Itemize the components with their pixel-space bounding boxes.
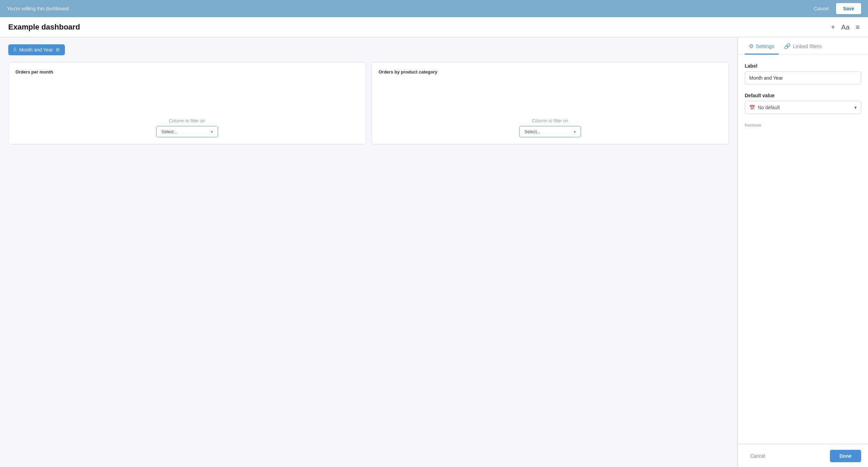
label-input[interactable] <box>745 71 861 84</box>
filter-section-1: Column to filter on Select... ▾ <box>15 113 359 137</box>
label-field-label: Label <box>745 63 861 69</box>
tab-linked-filters[interactable]: 🔗 Linked filters <box>780 37 826 55</box>
chevron-down-icon-1: ▾ <box>211 129 213 134</box>
remove-link[interactable]: Remove <box>745 123 761 128</box>
filter-pill-label: Month and Year <box>19 47 53 53</box>
left-panel: ⠿ Month and Year ⚙ Orders per month Colu… <box>0 37 738 467</box>
banner-actions: Cancel Save <box>810 3 861 14</box>
filter-label-2: Column to filter on <box>532 118 569 123</box>
tab-settings-label: Settings <box>756 43 774 49</box>
panel-done-button[interactable]: Done <box>830 450 861 462</box>
main-layout: ⠿ Month and Year ⚙ Orders per month Colu… <box>0 37 868 467</box>
panel-cancel-button[interactable]: Cancel <box>745 451 771 462</box>
banner-cancel-button[interactable]: Cancel <box>810 4 833 13</box>
charts-grid: Orders per month Column to filter on Sel… <box>8 62 729 145</box>
editing-banner: You're editing this dashboard. Cancel Sa… <box>0 0 868 17</box>
header-icons: + Aa ≡ <box>831 23 860 31</box>
filter-pill[interactable]: ⠿ Month and Year ⚙ <box>8 44 65 55</box>
right-panel-tabs: ⚙ Settings 🔗 Linked filters <box>738 37 868 55</box>
select-placeholder-2: Select... <box>524 129 540 134</box>
filter-gear-icon[interactable]: ⚙ <box>56 47 60 53</box>
add-button[interactable]: + <box>831 23 835 31</box>
chart-card-orders-per-month: Orders per month Column to filter on Sel… <box>8 62 366 145</box>
default-value-left: 📅 No default <box>749 105 780 110</box>
linked-filters-tab-icon: 🔗 <box>784 43 791 49</box>
right-panel: ⚙ Settings 🔗 Linked filters Label Defaul… <box>738 37 868 467</box>
tab-linked-filters-label: Linked filters <box>793 43 822 49</box>
filter-label-1: Column to filter on <box>169 118 205 123</box>
filter-button[interactable]: ≡ <box>856 23 860 31</box>
settings-content: Label Default value 📅 No default ▾ Remov… <box>738 55 868 444</box>
tab-settings[interactable]: ⚙ Settings <box>745 37 778 55</box>
default-value-label: Default value <box>745 93 861 98</box>
filter-section-2: Column to filter on Select... ▾ <box>379 113 722 137</box>
chart-title-1: Orders per month <box>15 69 359 75</box>
drag-icon: ⠿ <box>13 47 16 53</box>
column-select-1[interactable]: Select... ▾ <box>156 126 218 137</box>
right-panel-footer: Cancel Done <box>738 444 868 467</box>
font-button[interactable]: Aa <box>841 23 849 31</box>
default-value-chevron-icon: ▾ <box>854 105 857 110</box>
banner-save-button[interactable]: Save <box>836 3 861 14</box>
settings-tab-icon: ⚙ <box>749 43 754 49</box>
chart-card-orders-by-category: Orders by product category Column to fil… <box>372 62 729 145</box>
calendar-icon: 📅 <box>749 105 755 110</box>
chart-title-2: Orders by product category <box>379 69 722 75</box>
column-select-2[interactable]: Select... ▾ <box>519 126 581 137</box>
default-value-dropdown[interactable]: 📅 No default ▾ <box>745 101 861 114</box>
chevron-down-icon-2: ▾ <box>574 129 576 134</box>
banner-message: You're editing this dashboard. <box>7 6 70 11</box>
select-placeholder-1: Select... <box>161 129 178 134</box>
page-title: Example dashboard <box>8 23 80 32</box>
default-value-text: No default <box>758 105 780 110</box>
header-row: Example dashboard + Aa ≡ <box>0 17 868 37</box>
